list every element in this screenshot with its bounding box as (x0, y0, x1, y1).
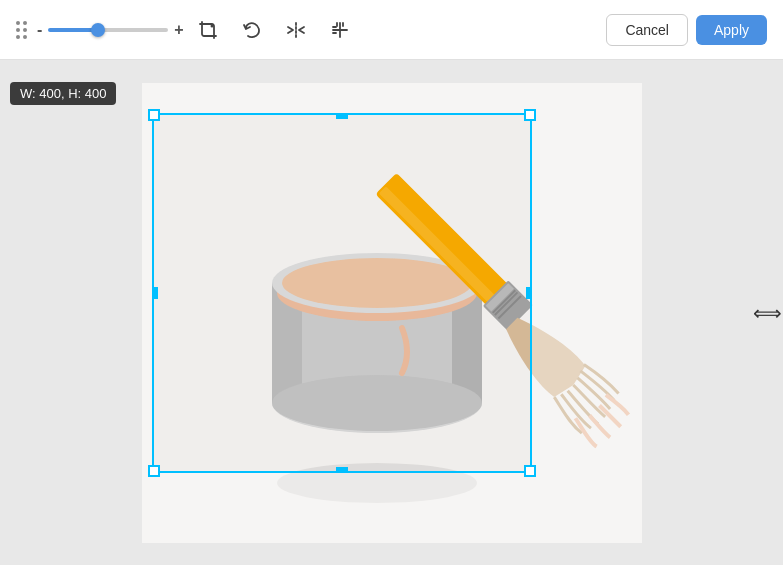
crop-handle-bottom-left[interactable] (148, 465, 160, 477)
crop-handle-top-left[interactable] (148, 109, 160, 121)
slider-container: - + (37, 21, 184, 39)
dimensions-tooltip: W: 400, H: 400 (10, 82, 116, 105)
slider-minus-button[interactable]: - (37, 21, 42, 39)
apply-button[interactable]: Apply (696, 15, 767, 45)
crop-icon (198, 20, 218, 40)
slider-plus-button[interactable]: + (174, 21, 183, 39)
crop-handle-bottom-right[interactable] (524, 465, 536, 477)
flip-icon (286, 20, 306, 40)
crop-handle-top-right[interactable] (524, 109, 536, 121)
crop-icon-button[interactable] (194, 16, 222, 44)
crop-container: ⟺ (142, 83, 642, 543)
crop-handle-top[interactable] (336, 113, 348, 119)
flip-icon-button[interactable] (282, 16, 310, 44)
resize-cursor-indicator: ⟺ (753, 301, 782, 325)
cancel-button[interactable]: Cancel (606, 14, 688, 46)
toolbar-buttons: Cancel Apply (606, 14, 767, 46)
aspect-ratio-icon (330, 20, 350, 40)
zoom-slider[interactable] (48, 28, 168, 32)
crop-overlay-right (532, 113, 642, 473)
crop-overlay-left (142, 113, 152, 473)
crop-overlay-bottom (142, 473, 642, 543)
toolbar: - + (0, 0, 783, 60)
crop-box[interactable] (152, 113, 532, 473)
canvas-area: W: 400, H: 400 (0, 60, 783, 565)
undo-icon-button[interactable] (238, 16, 266, 44)
aspect-icon-button[interactable] (326, 16, 354, 44)
drag-handle[interactable] (16, 21, 27, 39)
dimensions-label: W: 400, H: 400 (20, 86, 106, 101)
crop-overlay-top (142, 83, 642, 113)
crop-handle-right[interactable] (526, 287, 532, 299)
toolbar-left: - + (16, 16, 594, 44)
toolbar-icons (194, 16, 354, 44)
undo-icon (242, 20, 262, 40)
svg-point-0 (210, 24, 213, 27)
crop-handle-bottom[interactable] (336, 467, 348, 473)
crop-handle-left[interactable] (152, 287, 158, 299)
